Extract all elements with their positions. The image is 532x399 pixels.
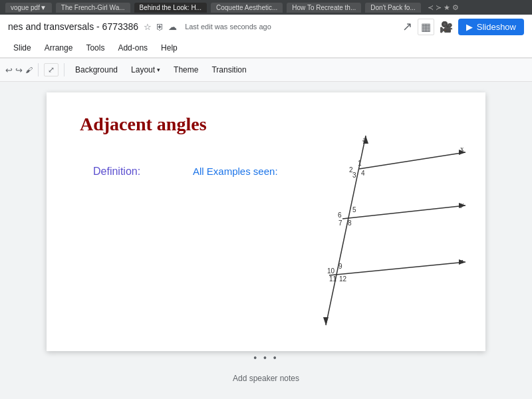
slide-definition: Definition: — [93, 166, 140, 178]
diagram: a x y z 1 2 3 4 5 6 7 8 — [286, 132, 472, 338]
main-content: Adjacent angles Definition: All Examples… — [0, 82, 532, 399]
svg-line-1 — [359, 152, 466, 169]
transition-label: Transition — [211, 65, 246, 74]
menu-slide[interactable]: Slide — [8, 41, 37, 55]
menu-arrange[interactable]: Arrange — [39, 41, 78, 55]
layout-label: Layout — [131, 65, 155, 74]
title-bar: nes and transversals - 6773386 ☆ ⛨ ☁ Las… — [0, 15, 532, 39]
theme-label: Theme — [174, 65, 198, 74]
slide-title: Adjacent angles — [80, 114, 207, 135]
browser-tab-vogue[interactable]: vogue pdf▼ — [5, 3, 52, 13]
angle-7: 7 — [338, 219, 342, 227]
svg-line-2 — [342, 205, 466, 219]
account-icon[interactable]: ⛨ — [156, 22, 164, 32]
expand-icon[interactable]: ⤢ — [44, 63, 59, 76]
angle-4: 4 — [361, 170, 365, 177]
background-button[interactable]: Background — [70, 63, 123, 77]
menu-tools[interactable]: Tools — [80, 41, 110, 55]
nav-icons: ≺ ≻ ★ ⚙ — [428, 3, 459, 12]
angle-6: 6 — [338, 211, 342, 219]
app-container: nes and transversals - 6773386 ☆ ⛨ ☁ Las… — [0, 15, 532, 399]
angle-12: 12 — [339, 275, 347, 283]
svg-marker-4 — [323, 317, 329, 325]
browser-tab-pack[interactable]: Don't Pack fo... — [365, 3, 421, 13]
angle-3: 3 — [352, 172, 356, 179]
theme-button[interactable]: Theme — [168, 63, 203, 77]
doc-title: nes and transversals - 6773386 — [8, 21, 138, 32]
top-right-actions: ↗ ▦ 🎥 ▶ Slideshow — [402, 19, 524, 35]
menu-help[interactable]: Help — [156, 41, 183, 55]
toolbar-separator-1 — [38, 63, 39, 76]
background-label: Background — [75, 65, 118, 74]
angles-diagram: a x y z 1 2 3 4 5 6 7 8 — [286, 132, 472, 338]
menu-bar: Slide Arrange Tools Add-ons Help — [0, 39, 532, 57]
paint-icon[interactable]: 🖌 — [25, 66, 33, 74]
dots-row: • • • — [253, 351, 278, 364]
redo-icon[interactable]: ↪ — [15, 65, 23, 75]
menu-addons[interactable]: Add-ons — [112, 41, 153, 55]
layout-chevron: ▾ — [157, 66, 160, 73]
angle-11: 11 — [329, 275, 337, 283]
speaker-notes-area[interactable]: Add speaker notes — [11, 368, 521, 388]
slideshow-button[interactable]: ▶ Slideshow — [458, 19, 524, 35]
slide-area: Adjacent angles Definition: All Examples… — [0, 82, 532, 399]
browser-tab-french[interactable]: The French-Girl Wa... — [56, 3, 130, 13]
top-bar: nes and transversals - 6773386 ☆ ⛨ ☁ Las… — [0, 15, 532, 58]
svg-line-3 — [329, 262, 466, 275]
angle-9: 9 — [338, 263, 342, 270]
cloud-icon[interactable]: ☁ — [168, 22, 177, 32]
angle-10: 10 — [327, 267, 335, 275]
star-icon[interactable]: ☆ — [144, 22, 152, 32]
slide-canvas[interactable]: Adjacent angles Definition: All Examples… — [47, 92, 485, 351]
activity-icon[interactable]: ↗ — [402, 19, 412, 34]
layout-button[interactable]: Layout ▾ — [126, 63, 166, 77]
browser-tab-coquette[interactable]: Coquette Aesthetic... — [211, 3, 283, 13]
browser-tab-active[interactable]: Behind the Look: H... — [134, 3, 207, 13]
angle-5: 5 — [352, 206, 356, 213]
speaker-notes-label: Add speaker notes — [233, 374, 299, 383]
toolbar: ↩ ↪ 🖌 ⤢ Background Layout ▾ Theme Transi… — [0, 58, 532, 82]
slideshow-label: Slideshow — [477, 22, 516, 32]
slide-examples: All Examples seen: — [193, 166, 278, 177]
present-icon[interactable]: ▦ — [418, 19, 434, 35]
slideshow-icon: ▶ — [466, 22, 473, 32]
angle-1: 1 — [358, 160, 362, 167]
browser-chrome: vogue pdf▼ The French-Girl Wa... Behind … — [0, 0, 532, 15]
angle-8: 8 — [348, 219, 352, 227]
transition-button[interactable]: Transition — [206, 63, 251, 77]
last-edit-text: Last edit was seconds ago — [185, 23, 271, 31]
title-icons: ☆ ⛨ ☁ — [144, 22, 177, 32]
camera-icon[interactable]: 🎥 — [440, 21, 453, 33]
browser-tab-recreate[interactable]: How To Recreate th... — [287, 3, 361, 13]
undo-icon[interactable]: ↩ — [5, 65, 13, 75]
toolbar-separator-2 — [64, 63, 65, 76]
